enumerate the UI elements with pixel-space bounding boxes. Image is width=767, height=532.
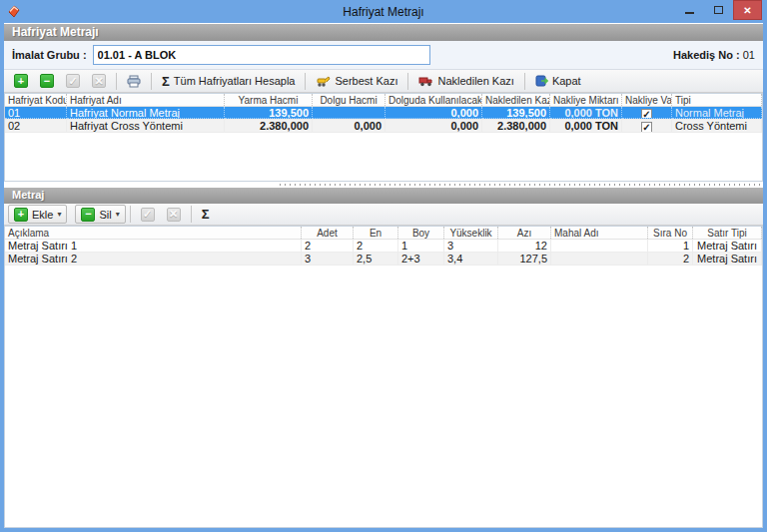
cell-dolguda[interactable]: 0,000 (385, 120, 482, 132)
add-row-button[interactable]: + (8, 72, 34, 91)
cell-satir-tipi[interactable]: Metraj Satırı (693, 253, 762, 265)
cell-nakliye-var[interactable]: ✓ (622, 120, 672, 132)
cell-dolguda[interactable]: 0,000 (385, 107, 482, 119)
cell-mahal[interactable] (551, 240, 648, 252)
cell-aciklama[interactable]: Metraj Satırı 1 (5, 240, 302, 252)
form-strip: İmalat Grubu : Hakediş No : 01 (4, 41, 763, 70)
titlebar: Hafriyat Metrajı ✕ (0, 0, 767, 23)
cell-tipi[interactable]: Normal Metraj (672, 107, 762, 119)
app-icon (7, 5, 21, 18)
cell-nakliye-miktari[interactable]: 0,000 TON (550, 120, 622, 132)
ekle-button[interactable]: + Ekle ▾ (8, 205, 67, 224)
column-header-dolgu-hacmi[interactable]: Dolgu Hacmi (313, 94, 385, 106)
column-header-yukseklik[interactable]: Yükseklik (444, 227, 498, 239)
toolbar-separator (151, 73, 152, 90)
truck-icon (418, 75, 433, 87)
cell-nakliye-var[interactable]: ✓ (622, 107, 672, 119)
nakledilen-kazi-button[interactable]: Nakledilen Kazı (412, 72, 519, 91)
cell-satir-tipi[interactable]: Metraj Satırı (693, 240, 762, 252)
serbest-kazi-label: Serbest Kazı (335, 75, 397, 87)
cell-kod[interactable]: 01 (5, 107, 67, 119)
table-row[interactable]: 02 Hafriyat Cross Yöntemi 2.380,000 0,00… (5, 120, 762, 133)
checkbox-checked-icon[interactable]: ✓ (641, 122, 652, 132)
cell-aciklama[interactable]: Metraj Satırı 2 (5, 253, 302, 265)
sigma-icon: Σ (162, 74, 170, 89)
column-header-sira-no[interactable]: Sıra No (648, 227, 693, 239)
column-header-dolguda-kullanilacak[interactable]: Dolguda Kullanılacak Kazı (385, 94, 482, 106)
metraj-sum-button[interactable]: Σ (196, 205, 216, 224)
cell-kod[interactable]: 02 (5, 120, 67, 132)
cell-mahal[interactable] (551, 253, 648, 265)
splitter-grip-icon (278, 183, 763, 187)
table-row[interactable]: Metraj Satırı 2 3 2,5 2+3 3,4 127,5 2 Me… (5, 253, 762, 266)
cancel-button[interactable]: ✕ (86, 72, 112, 91)
cell-yarma[interactable]: 2.380,000 (225, 120, 313, 132)
column-header-en[interactable]: En (354, 227, 398, 239)
metraj-cancel-button[interactable]: ✕ (161, 205, 187, 224)
cell-adet[interactable]: 2 (302, 240, 354, 252)
calculate-all-button[interactable]: Σ Tüm Hafriyatları Hesapla (156, 72, 301, 91)
cell-dolgu[interactable]: 0,000 (313, 120, 385, 132)
column-header-tipi[interactable]: Tipi (672, 94, 762, 106)
serbest-kazi-button[interactable]: Serbest Kazı (310, 72, 403, 91)
confirm-button[interactable]: ✓ (60, 72, 86, 91)
cell-yukseklik[interactable]: 3 (444, 240, 498, 252)
grid-splitter[interactable] (4, 182, 763, 188)
chevron-down-icon: ▾ (116, 210, 120, 219)
column-header-nakledilen-kazi[interactable]: Nakledilen Kazı (482, 94, 550, 106)
cell-nakledilen[interactable]: 2.380,000 (482, 120, 550, 132)
maximize-button[interactable] (704, 0, 733, 20)
column-header-yarma-hacmi[interactable]: Yarma Hacmi (225, 94, 313, 106)
cell-adet[interactable]: 3 (302, 253, 354, 265)
cell-ad[interactable]: Hafriyat Normal Metraj (67, 107, 225, 119)
minimize-button[interactable] (675, 0, 704, 20)
cell-nakliye-miktari[interactable]: 0,000 TON (550, 107, 622, 119)
cell-en[interactable]: 2,5 (354, 253, 398, 265)
toolbar-separator (130, 206, 131, 223)
nakledilen-kazi-label: Nakledilen Kazı (437, 75, 513, 87)
minus-icon: − (81, 208, 95, 222)
cell-en[interactable]: 2 (354, 240, 398, 252)
cell-dolgu[interactable] (313, 107, 385, 119)
column-header-aciklama[interactable]: Açıklama (5, 227, 302, 239)
column-header-adet[interactable]: Adet (302, 227, 354, 239)
cell-azi[interactable]: 12 (498, 240, 551, 252)
hafriyat-grid-header: Hafriyat Kodu Hafriyat Adı Yarma Hacmi D… (5, 94, 762, 107)
hakedis-no-value: 01 (743, 49, 755, 61)
cell-tipi[interactable]: Cross Yöntemi (672, 120, 762, 132)
cell-azi[interactable]: 127,5 (498, 253, 551, 265)
print-button[interactable] (121, 72, 147, 91)
column-header-hafriyat-kodu[interactable]: Hafriyat Kodu (5, 94, 67, 106)
column-header-hafriyat-adi[interactable]: Hafriyat Adı (67, 94, 225, 106)
sil-label: Sil (99, 209, 111, 221)
remove-row-button[interactable]: − (34, 72, 60, 91)
column-header-nakliye-var[interactable]: Nakliye Var (622, 94, 672, 106)
table-row[interactable]: Metraj Satırı 1 2 2 1 3 12 1 Metraj Satı… (5, 240, 762, 253)
column-header-boy[interactable]: Boy (398, 227, 444, 239)
column-header-satir-tipi[interactable]: Satır Tipi (693, 227, 762, 239)
cell-yukseklik[interactable]: 3,4 (444, 253, 498, 265)
cell-sira[interactable]: 1 (648, 240, 693, 252)
window-controls: ✕ (675, 0, 762, 20)
imalat-grubu-input[interactable] (93, 45, 430, 65)
hakedis-no: Hakediş No : 01 (673, 49, 755, 61)
metraj-section-title: Metraj (4, 188, 763, 204)
cell-yarma[interactable]: 139,500 (225, 107, 313, 119)
cell-boy[interactable]: 1 (398, 240, 444, 252)
cell-boy[interactable]: 2+3 (398, 253, 444, 265)
column-header-nakliye-miktari[interactable]: Nakliye Miktarı (550, 94, 622, 106)
ekle-label: Ekle (32, 209, 53, 221)
cell-ad[interactable]: Hafriyat Cross Yöntemi (67, 120, 225, 132)
cell-sira[interactable]: 2 (648, 253, 693, 265)
kapat-button[interactable]: Kapat (529, 72, 587, 91)
close-button[interactable]: ✕ (733, 0, 762, 20)
table-row-selected[interactable]: 01 Hafriyat Normal Metraj 139,500 0,000 … (5, 107, 762, 120)
column-header-mahal-adi[interactable]: Mahal Adı (551, 227, 648, 239)
metraj-grid-header: Açıklama Adet En Boy Yükseklik Azı Mahal… (5, 227, 762, 240)
plus-icon: + (14, 74, 28, 88)
cell-nakledilen[interactable]: 139,500 (482, 107, 550, 119)
metraj-confirm-button[interactable]: ✓ (135, 205, 161, 224)
column-header-azi[interactable]: Azı (498, 227, 551, 239)
sil-button[interactable]: − Sil ▾ (75, 205, 125, 224)
checkbox-checked-icon[interactable]: ✓ (641, 109, 652, 119)
